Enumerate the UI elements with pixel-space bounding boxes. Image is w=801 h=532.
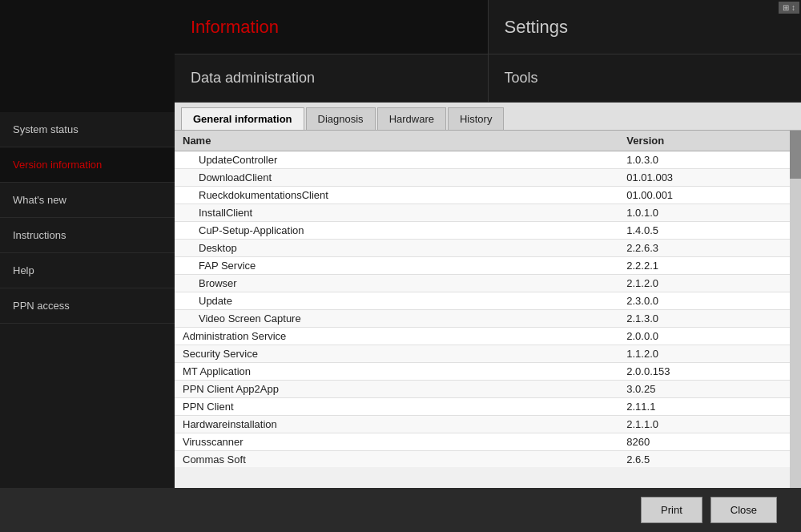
cell-name: Video Screen Capture xyxy=(175,310,618,328)
cell-name: DownloadClient xyxy=(175,169,618,187)
table-row: DownloadClient01.01.003 xyxy=(175,169,790,187)
bottom-bar: Print Close xyxy=(0,488,801,532)
table-wrapper[interactable]: Name Version UpdateController1.0.3.0Down… xyxy=(175,131,801,467)
scrollbar-thumb[interactable] xyxy=(790,131,801,179)
table-row: PPN Client App2App3.0.25 xyxy=(175,381,790,398)
table-row: CuP-Setup-Application1.4.0.5 xyxy=(175,222,790,240)
cell-name: Hardwareinstallation xyxy=(175,416,618,433)
table-row: UpdateController1.0.3.0 xyxy=(175,151,790,169)
cell-version: 01.01.003 xyxy=(618,169,790,187)
sidebar-item-version-information[interactable]: Version information xyxy=(0,147,175,183)
cell-name: PPN Client App2App xyxy=(175,381,618,398)
cell-version: 1.1.2.0 xyxy=(618,345,790,363)
nav-item-tools[interactable]: Tools xyxy=(489,54,802,102)
sidebar-item-help[interactable]: Help xyxy=(0,253,175,288)
cell-version: 01.00.001 xyxy=(618,187,790,204)
sidebar-item-instructions[interactable]: Instructions xyxy=(0,218,175,253)
tab-general-information[interactable]: General information xyxy=(181,107,304,130)
cell-version: 2.2.2.1 xyxy=(618,257,790,275)
scrollbar[interactable] xyxy=(790,131,801,532)
tab-diagnosis[interactable]: Diagnosis xyxy=(306,107,376,130)
cell-version: 2.11.1 xyxy=(618,398,790,416)
cell-name: Commas Soft xyxy=(175,451,618,468)
second-navigation: Data administration Tools xyxy=(175,54,801,103)
sidebar-item-whats-new[interactable]: What's new xyxy=(0,183,175,218)
cell-name: CuP-Setup-Application xyxy=(175,222,618,240)
cell-version: 8260 xyxy=(618,433,790,451)
cell-version: 2.1.3.0 xyxy=(618,310,790,328)
main-content: ⊞ ↕ Information Settings Data administra… xyxy=(175,0,801,532)
table-row: Security Service1.1.2.0 xyxy=(175,345,790,363)
cell-version: 1.0.1.0 xyxy=(618,204,790,222)
table-row: Administration Service2.0.0.0 xyxy=(175,328,790,345)
window-control-icon[interactable]: ⊞ ↕ xyxy=(779,2,799,14)
cell-name: MT Application xyxy=(175,363,618,381)
cell-name: Browser xyxy=(175,275,618,292)
col-header-version: Version xyxy=(618,131,790,151)
sidebar-item-system-status[interactable]: System status xyxy=(0,112,175,147)
table-row: PPN Client2.11.1 xyxy=(175,398,790,416)
table-row: InstallClient1.0.1.0 xyxy=(175,204,790,222)
cell-version: 2.1.2.0 xyxy=(618,275,790,292)
cell-name: Update xyxy=(175,292,618,310)
table-row: RueckdokumentationsClient01.00.001 xyxy=(175,187,790,204)
cell-version: 2.3.0.0 xyxy=(618,292,790,310)
cell-version: 2.6.5 xyxy=(618,451,790,468)
cell-version: 1.4.0.5 xyxy=(618,222,790,240)
table-row: Desktop2.2.6.3 xyxy=(175,240,790,257)
cell-name: UpdateController xyxy=(175,151,618,169)
sidebar-item-ppn-access[interactable]: PPN access xyxy=(0,288,175,324)
cell-version: 2.1.1.0 xyxy=(618,416,790,433)
cell-name: RueckdokumentationsClient xyxy=(175,187,618,204)
cell-version: 2.2.6.3 xyxy=(618,240,790,257)
top-navigation: Information Settings xyxy=(175,0,801,54)
cell-name: Virusscanner xyxy=(175,433,618,451)
table-row: MT Application2.0.0.153 xyxy=(175,363,790,381)
tab-history[interactable]: History xyxy=(448,107,504,130)
table-row: Browser2.1.2.0 xyxy=(175,275,790,292)
version-table: Name Version UpdateController1.0.3.0Down… xyxy=(175,131,790,467)
cell-version: 1.0.3.0 xyxy=(618,151,790,169)
cell-version: 2.0.0.0 xyxy=(618,328,790,345)
print-button[interactable]: Print xyxy=(641,497,702,523)
table-row: Hardwareinstallation2.1.1.0 xyxy=(175,416,790,433)
tab-hardware[interactable]: Hardware xyxy=(377,107,446,130)
nav-item-information[interactable]: Information xyxy=(175,0,489,54)
nav-item-data-administration[interactable]: Data administration xyxy=(175,54,489,102)
close-button[interactable]: Close xyxy=(710,497,777,523)
table-row: Video Screen Capture2.1.3.0 xyxy=(175,310,790,328)
nav-item-settings[interactable]: Settings xyxy=(489,0,802,54)
cell-version: 2.0.0.153 xyxy=(618,363,790,381)
table-row: FAP Service2.2.2.1 xyxy=(175,257,790,275)
table-row: Virusscanner8260 xyxy=(175,433,790,451)
cell-version: 3.0.25 xyxy=(618,381,790,398)
cell-name: InstallClient xyxy=(175,204,618,222)
cell-name: Desktop xyxy=(175,240,618,257)
cell-name: FAP Service xyxy=(175,257,618,275)
cell-name: Administration Service xyxy=(175,328,618,345)
cell-name: PPN Client xyxy=(175,398,618,416)
table-row: Commas Soft2.6.5 xyxy=(175,451,790,468)
table-row: Update2.3.0.0 xyxy=(175,292,790,310)
table-container: Name Version UpdateController1.0.3.0Down… xyxy=(175,131,801,532)
tab-bar: General information Diagnosis Hardware H… xyxy=(175,103,801,131)
cell-name: Security Service xyxy=(175,345,618,363)
col-header-name: Name xyxy=(175,131,618,151)
